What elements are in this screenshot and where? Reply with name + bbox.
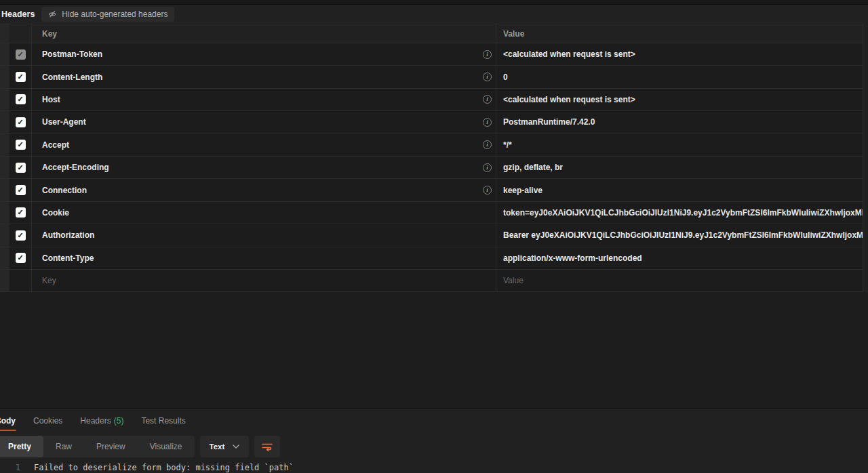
header-key: Accept-Encoding <box>42 163 109 172</box>
select-all-cell <box>9 24 32 43</box>
row-checkbox[interactable]: ✓ <box>16 207 26 218</box>
header-key: Cookie <box>42 208 69 218</box>
value-cell[interactable]: application/x-www-form-urlencoded <box>496 247 863 269</box>
value-cell[interactable]: */* <box>496 134 863 156</box>
view-mode-raw[interactable]: Raw <box>43 436 84 457</box>
row-gutter <box>0 270 9 291</box>
response-body: 1 Failed to deserialize form body: missi… <box>0 462 868 473</box>
value-placeholder: Value <box>503 276 524 285</box>
key-cell[interactable]: Accept-Encoding i <box>32 157 496 178</box>
view-mode-group: Pretty Raw Preview Visualize <box>0 436 195 457</box>
value-cell[interactable]: <calculated when request is sent> <box>496 43 863 65</box>
headers-rows: ✓ Postman-Token i <calculated when reque… <box>0 43 863 270</box>
header-row: ✓ Cookie token=eyJ0eXAiOiJKV1QiLCJhbGciO… <box>0 202 863 224</box>
header-value: application/x-www-form-urlencoded <box>503 253 642 263</box>
row-gutter <box>0 24 9 43</box>
value-cell[interactable]: <calculated when request is sent> <box>496 89 863 110</box>
response-body-text: Failed to deserialize form body: missing… <box>34 462 294 473</box>
row-checkbox[interactable]: ✓ <box>16 140 26 150</box>
value-cell[interactable]: PostmanRuntime/7.42.0 <box>496 111 863 133</box>
hide-auto-generated-headers-label: Hide auto-generated headers <box>62 9 167 19</box>
format-select[interactable]: Text <box>200 436 250 457</box>
view-mode-pretty[interactable]: Pretty <box>0 436 43 457</box>
view-mode-preview[interactable]: Preview <box>84 436 138 457</box>
value-cell[interactable]: token=eyJ0eXAiOiJKV1QiLCJhbGciOiJIUzI1Ni… <box>496 202 863 224</box>
checkbox-cell-empty <box>9 270 32 291</box>
row-gutter <box>0 89 9 110</box>
key-column-header: Key <box>42 29 57 39</box>
view-mode-visualize[interactable]: Visualize <box>138 436 195 457</box>
format-select-value: Text <box>210 443 225 451</box>
key-cell[interactable]: Authorization <box>32 224 496 246</box>
info-icon[interactable]: i <box>483 186 492 194</box>
key-cell[interactable]: Host i <box>32 89 496 110</box>
value-cell[interactable]: keep-alive <box>496 179 863 201</box>
row-gutter <box>0 134 9 156</box>
header-row: ✓ Postman-Token i <calculated when reque… <box>0 43 863 66</box>
value-column-header: Value <box>503 29 524 39</box>
hide-auto-generated-headers-toggle[interactable]: Hide auto-generated headers <box>41 7 174 22</box>
header-row: ✓ Content-Type application/x-www-form-ur… <box>0 247 863 270</box>
key-placeholder: Key <box>42 276 56 285</box>
header-row: ✓ Accept i */* <box>0 134 863 157</box>
response-section: Body Cookies Headers (5) Test Results Pr… <box>0 408 868 473</box>
request-response-spacer <box>0 292 868 408</box>
header-row: ✓ Content-Length i 0 <box>0 66 863 88</box>
new-value-cell[interactable]: Value <box>496 270 863 291</box>
row-checkbox: ✓ <box>16 49 26 60</box>
header-row: ✓ Host i <calculated when request is sen… <box>0 89 863 111</box>
tab-body[interactable]: Body <box>0 409 16 433</box>
header-value: Bearer eyJ0eXAiOiJKV1QiLCJhbGciOiJIUzI1N… <box>503 230 863 240</box>
row-checkbox[interactable]: ✓ <box>16 117 26 127</box>
wrap-lines-icon <box>262 442 273 451</box>
info-icon[interactable]: i <box>483 163 492 172</box>
new-key-cell[interactable]: Key <box>32 270 496 291</box>
info-icon[interactable]: i <box>483 50 492 59</box>
row-checkbox[interactable]: ✓ <box>16 230 26 241</box>
header-key: Postman-Token <box>42 49 102 59</box>
chevron-down-icon <box>233 445 239 449</box>
row-checkbox[interactable]: ✓ <box>16 253 26 263</box>
line-number: 1 <box>0 462 20 473</box>
header-value: 0 <box>503 73 508 82</box>
row-checkbox[interactable]: ✓ <box>16 185 26 195</box>
header-row: ✓ Connection i keep-alive <box>0 179 863 201</box>
header-value: token=eyJ0eXAiOiJKV1QiLCJhbGciOiJIUzI1Ni… <box>503 208 863 218</box>
key-cell[interactable]: Content-Length i <box>32 66 496 87</box>
value-cell[interactable]: gzip, deflate, br <box>496 157 863 178</box>
tab-test-results[interactable]: Test Results <box>141 409 185 433</box>
tab-cookies[interactable]: Cookies <box>33 409 62 433</box>
tab-headers[interactable]: Headers (5) <box>80 409 123 433</box>
header-row: ✓ User-Agent i PostmanRuntime/7.42.0 <box>0 111 863 133</box>
row-gutter <box>0 43 9 65</box>
header-row: ✓ Authorization Bearer eyJ0eXAiOiJKV1QiL… <box>0 224 863 247</box>
header-key: Authorization <box>42 230 94 240</box>
response-tabs: Body Cookies Headers (5) Test Results <box>0 409 868 433</box>
request-headers-title: Headers <box>1 9 35 19</box>
wrap-lines-button[interactable] <box>254 436 280 457</box>
header-value: <calculated when request is sent> <box>503 49 635 59</box>
info-icon[interactable]: i <box>483 140 492 149</box>
key-cell[interactable]: Postman-Token i <box>32 43 496 65</box>
info-icon[interactable]: i <box>483 73 492 81</box>
value-cell[interactable]: 0 <box>496 66 863 87</box>
key-cell[interactable]: Content-Type <box>32 247 496 269</box>
row-gutter <box>0 179 9 201</box>
key-cell[interactable]: Accept i <box>32 134 496 156</box>
headers-table-header-row: Key Value <box>0 24 863 43</box>
eye-off-icon <box>48 10 57 18</box>
key-cell[interactable]: Cookie <box>32 202 496 224</box>
top-divider <box>0 0 868 5</box>
info-icon[interactable]: i <box>483 95 492 104</box>
header-row: ✓ Accept-Encoding i gzip, deflate, br <box>0 157 863 179</box>
key-cell[interactable]: Connection i <box>32 179 496 201</box>
row-checkbox[interactable]: ✓ <box>16 72 26 82</box>
row-checkbox[interactable]: ✓ <box>16 94 26 104</box>
row-gutter <box>0 202 9 224</box>
row-checkbox[interactable]: ✓ <box>16 163 26 173</box>
new-header-row: Key Value <box>0 270 863 292</box>
value-cell[interactable]: Bearer eyJ0eXAiOiJKV1QiLCJhbGciOiJIUzI1N… <box>496 224 863 246</box>
info-icon[interactable]: i <box>483 118 492 127</box>
key-cell[interactable]: User-Agent i <box>32 111 496 133</box>
header-value: keep-alive <box>503 186 542 195</box>
